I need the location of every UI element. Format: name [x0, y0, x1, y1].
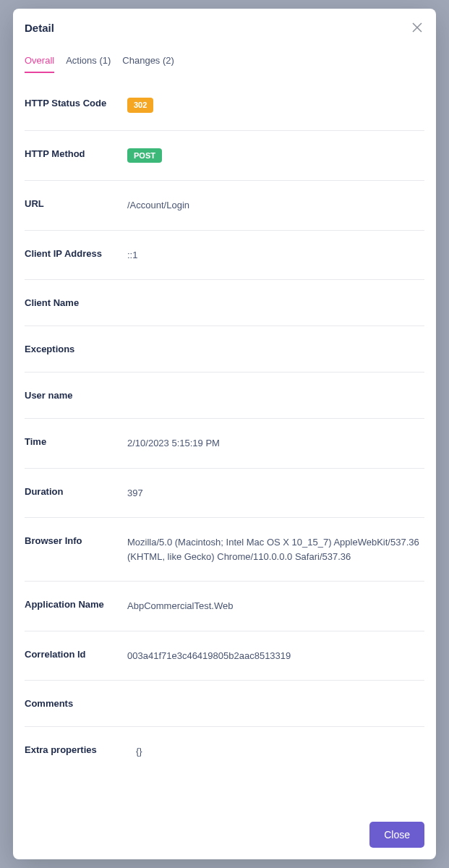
tabs: Overall Actions (1) Changes (2): [25, 46, 424, 77]
field-label: Comments: [25, 698, 127, 709]
field-client-name: Client Name: [25, 280, 424, 326]
field-comments: Comments: [25, 681, 424, 727]
modal-header: Detail: [25, 20, 424, 46]
field-value: 003a41f71e3c46419805b2aac8513319: [127, 649, 424, 663]
field-label: Client Name: [25, 297, 127, 308]
field-label: Application Name: [25, 599, 127, 610]
field-correlation-id: Correlation Id 003a41f71e3c46419805b2aac…: [25, 631, 424, 681]
field-http-status-code: HTTP Status Code 302: [25, 77, 424, 131]
field-label: HTTP Method: [25, 148, 127, 159]
detail-modal: Detail Overall Actions (1) Changes (2) H…: [13, 9, 436, 859]
field-value: 302: [127, 98, 424, 113]
tab-changes[interactable]: Changes (2): [122, 55, 174, 72]
tab-actions[interactable]: Actions (1): [66, 55, 111, 72]
field-label: URL: [25, 198, 127, 209]
field-label: Time: [25, 436, 127, 447]
field-label: HTTP Status Code: [25, 98, 127, 109]
field-label: Correlation Id: [25, 649, 127, 660]
content: HTTP Status Code 302 HTTP Method POST UR…: [25, 77, 424, 812]
field-label: Browser Info: [25, 535, 127, 546]
field-client-ip: Client IP Address ::1: [25, 231, 424, 281]
field-duration: Duration 397: [25, 469, 424, 519]
field-url: URL /Account/Login: [25, 181, 424, 231]
field-label: Duration: [25, 486, 127, 497]
field-extra-properties: Extra properties {}: [25, 727, 424, 776]
field-value: 2/10/2023 5:15:19 PM: [127, 436, 424, 451]
field-exceptions: Exceptions: [25, 326, 424, 373]
field-value: Mozilla/5.0 (Macintosh; Intel Mac OS X 1…: [127, 535, 424, 563]
field-user-name: User name: [25, 373, 424, 419]
field-time: Time 2/10/2023 5:15:19 PM: [25, 419, 424, 469]
field-value: {}: [127, 744, 424, 759]
field-value: POST: [127, 148, 424, 163]
field-value: ::1: [127, 248, 424, 263]
field-value: 397: [127, 486, 424, 501]
modal-footer: Close: [25, 812, 424, 848]
field-http-method: HTTP Method POST: [25, 131, 424, 182]
field-label: Client IP Address: [25, 248, 127, 259]
field-label: User name: [25, 390, 127, 401]
field-browser-info: Browser Info Mozilla/5.0 (Macintosh; Int…: [25, 518, 424, 582]
tab-overall[interactable]: Overall: [25, 55, 54, 72]
method-badge: POST: [127, 148, 162, 163]
status-badge: 302: [127, 98, 153, 113]
field-value: /Account/Login: [127, 198, 424, 213]
close-button[interactable]: Close: [369, 822, 424, 848]
field-label: Extra properties: [25, 744, 127, 755]
field-label: Exceptions: [25, 344, 127, 354]
modal-title: Detail: [25, 22, 54, 34]
field-application-name: Application Name AbpCommercialTest.Web: [25, 582, 424, 631]
field-value: AbpCommercialTest.Web: [127, 599, 424, 613]
close-icon[interactable]: [410, 20, 424, 35]
